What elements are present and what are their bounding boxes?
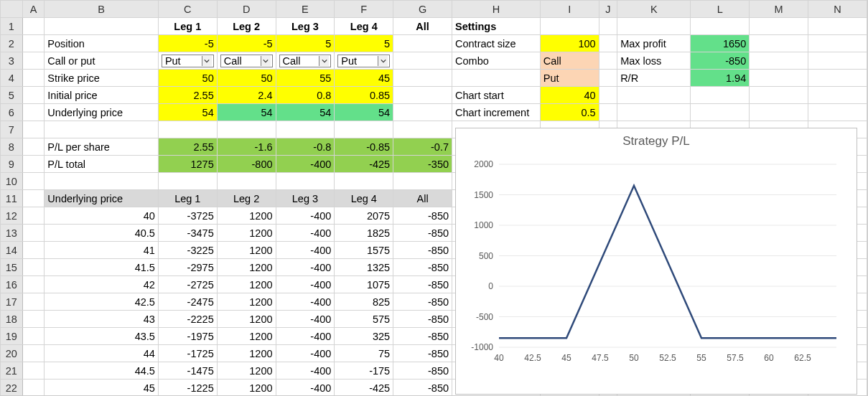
tbl-underlying[interactable]: 41.5: [45, 259, 159, 276]
tbl-leg2[interactable]: 1200: [217, 293, 276, 311]
row-header-20[interactable]: 20: [1, 345, 23, 362]
cell-K1[interactable]: [617, 18, 691, 35]
hdr-settings[interactable]: Settings: [452, 18, 541, 35]
row-header-19[interactable]: 19: [1, 328, 23, 345]
tbl-leg4[interactable]: 1575: [335, 242, 393, 259]
cell-A20[interactable]: [22, 345, 45, 362]
cell-B1[interactable]: [45, 18, 159, 35]
tbl-leg2[interactable]: 1200: [217, 345, 276, 362]
label-position[interactable]: Position: [45, 35, 159, 52]
col-header-F[interactable]: F: [335, 1, 393, 18]
cell-M5[interactable]: [750, 87, 808, 104]
cell-A22[interactable]: [22, 380, 45, 397]
hdr-all[interactable]: All: [393, 18, 452, 35]
tbl-leg2[interactable]: 1200: [217, 259, 276, 276]
underlying-price-value[interactable]: 54: [217, 104, 276, 121]
cell-N2[interactable]: [808, 35, 867, 52]
row-header-6[interactable]: 6: [1, 104, 23, 121]
pl-total-value[interactable]: -350: [393, 156, 452, 173]
row-header-15[interactable]: 15: [1, 259, 23, 276]
tbl-underlying[interactable]: 41: [45, 242, 159, 259]
tbl-leg1[interactable]: -2725: [158, 276, 217, 293]
cell-N4[interactable]: [808, 70, 867, 87]
tbl-leg3[interactable]: -400: [276, 225, 335, 242]
tbl-underlying[interactable]: 42: [45, 276, 159, 293]
tbl-leg3[interactable]: -400: [276, 276, 335, 293]
col-header-B[interactable]: B: [45, 1, 159, 18]
col-header-J[interactable]: J: [599, 1, 617, 18]
tbl-hdr[interactable]: Leg 1: [158, 190, 217, 207]
tbl-all[interactable]: -850: [393, 207, 452, 225]
label-max-loss[interactable]: Max loss: [617, 52, 691, 70]
cell-L6[interactable]: [691, 104, 750, 121]
tbl-leg4[interactable]: 1075: [335, 276, 393, 293]
row-header-11[interactable]: 11: [1, 190, 23, 207]
cell-N1[interactable]: [808, 18, 867, 35]
cell-A12[interactable]: [22, 207, 45, 225]
tbl-hdr-underlying[interactable]: Underlying price: [45, 190, 159, 207]
tbl-hdr[interactable]: Leg 2: [217, 190, 276, 207]
tbl-leg4[interactable]: -175: [335, 362, 393, 380]
cell-A9[interactable]: [22, 156, 45, 173]
strike-price-value[interactable]: 45: [335, 70, 393, 87]
call-put-dropdown[interactable]: Put: [158, 52, 217, 70]
label-call-or-put[interactable]: Call or put: [45, 52, 159, 70]
tbl-underlying[interactable]: 44.5: [45, 362, 159, 380]
tbl-hdr[interactable]: Leg 3: [276, 190, 335, 207]
tbl-all[interactable]: -850: [393, 225, 452, 242]
cell-A6[interactable]: [22, 104, 45, 121]
tbl-all[interactable]: -850: [393, 259, 452, 276]
tbl-leg3[interactable]: -400: [276, 242, 335, 259]
cell-K6[interactable]: [617, 104, 691, 121]
cell-A11[interactable]: [22, 190, 45, 207]
combo-put[interactable]: Put: [540, 70, 599, 87]
label-chart-start[interactable]: Chart start: [452, 87, 541, 104]
col-header-M[interactable]: M: [750, 1, 808, 18]
tbl-underlying[interactable]: 40.5: [45, 225, 159, 242]
row-header-1[interactable]: 1: [1, 18, 23, 35]
label-combo[interactable]: Combo: [452, 52, 541, 70]
initial-price-value[interactable]: 0.8: [276, 87, 335, 104]
cell-B7[interactable]: [45, 121, 159, 138]
chevron-down-icon[interactable]: [202, 56, 212, 66]
tbl-leg3[interactable]: -400: [276, 293, 335, 311]
label-chart-increment[interactable]: Chart increment: [452, 104, 541, 121]
strike-price-value[interactable]: 50: [158, 70, 217, 87]
tbl-leg1[interactable]: -1975: [158, 328, 217, 345]
tbl-underlying[interactable]: 43: [45, 311, 159, 328]
col-header-N[interactable]: N: [808, 1, 867, 18]
label-underlying-price[interactable]: Underlying price: [45, 104, 159, 121]
tbl-underlying[interactable]: 43.5: [45, 328, 159, 345]
underlying-price-value[interactable]: 54: [276, 104, 335, 121]
cell-G4[interactable]: [393, 70, 452, 87]
tbl-leg3[interactable]: -400: [276, 207, 335, 225]
cell-A15[interactable]: [22, 259, 45, 276]
cell-F7[interactable]: [335, 121, 393, 138]
cell-C10[interactable]: [158, 173, 217, 190]
cell-A3[interactable]: [22, 52, 45, 70]
tbl-all[interactable]: -850: [393, 293, 452, 311]
cell-A8[interactable]: [22, 138, 45, 156]
tbl-underlying[interactable]: 42.5: [45, 293, 159, 311]
cell-E10[interactable]: [276, 173, 335, 190]
chevron-down-icon[interactable]: [319, 56, 329, 66]
max-profit-value[interactable]: 1650: [691, 35, 750, 52]
col-header-E[interactable]: E: [276, 1, 335, 18]
select-all-corner[interactable]: [1, 1, 23, 18]
tbl-all[interactable]: -850: [393, 380, 452, 397]
call-put-dropdown-control[interactable]: Call: [279, 55, 332, 67]
position-leg[interactable]: -5: [217, 35, 276, 52]
row-header-9[interactable]: 9: [1, 156, 23, 173]
cell-A19[interactable]: [22, 328, 45, 345]
row-header-21[interactable]: 21: [1, 362, 23, 380]
row-header-16[interactable]: 16: [1, 276, 23, 293]
call-put-dropdown[interactable]: Call: [276, 52, 335, 70]
tbl-leg2[interactable]: 1200: [217, 276, 276, 293]
label-pl-share[interactable]: P/L per share: [45, 138, 159, 156]
cell-N5[interactable]: [808, 87, 867, 104]
cell-H4[interactable]: [452, 70, 541, 87]
cell-C7[interactable]: [158, 121, 217, 138]
pl-total-value[interactable]: -400: [276, 156, 335, 173]
cell-M6[interactable]: [750, 104, 808, 121]
hdr-leg-4[interactable]: Leg 4: [335, 18, 393, 35]
